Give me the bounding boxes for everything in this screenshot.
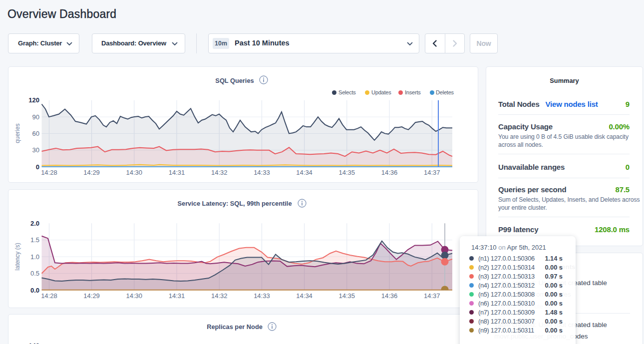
svg-text:1.0: 1.0: [30, 253, 39, 261]
svg-text:14:33: 14:33: [254, 169, 270, 176]
svg-text:14:35: 14:35: [339, 169, 355, 176]
svg-text:14:36: 14:36: [381, 169, 398, 176]
svg-text:latency (s): latency (s): [14, 243, 21, 270]
svg-text:0.0: 0.0: [30, 287, 39, 294]
svg-text:14:36: 14:36: [381, 292, 398, 300]
svg-text:14:32: 14:32: [211, 292, 228, 300]
svg-text:queries: queries: [14, 123, 21, 143]
svg-text:14:34: 14:34: [296, 169, 313, 176]
svg-text:14:37: 14:37: [424, 292, 440, 300]
svg-text:14:31: 14:31: [169, 169, 185, 176]
svg-text:14:30: 14:30: [126, 169, 143, 176]
svg-text:120: 120: [28, 96, 39, 104]
svg-text:1.5: 1.5: [30, 236, 39, 244]
svg-text:14:37: 14:37: [424, 169, 440, 176]
svg-text:14:30: 14:30: [126, 292, 143, 300]
svg-text:14:33: 14:33: [254, 292, 270, 300]
svg-text:30: 30: [32, 146, 39, 154]
svg-text:0: 0: [36, 163, 39, 171]
svg-text:14:29: 14:29: [83, 169, 100, 176]
svg-text:14:31: 14:31: [169, 292, 185, 300]
svg-text:14:32: 14:32: [211, 169, 228, 176]
svg-text:14:35: 14:35: [339, 292, 355, 300]
svg-text:60: 60: [32, 130, 39, 137]
svg-text:14:29: 14:29: [83, 292, 100, 300]
svg-text:14:34: 14:34: [296, 292, 313, 300]
svg-text:14:28: 14:28: [41, 169, 57, 176]
svg-text:0.5: 0.5: [30, 270, 39, 277]
svg-text:2.0: 2.0: [30, 220, 39, 227]
svg-text:90: 90: [32, 113, 39, 121]
svg-text:14:28: 14:28: [41, 292, 57, 300]
